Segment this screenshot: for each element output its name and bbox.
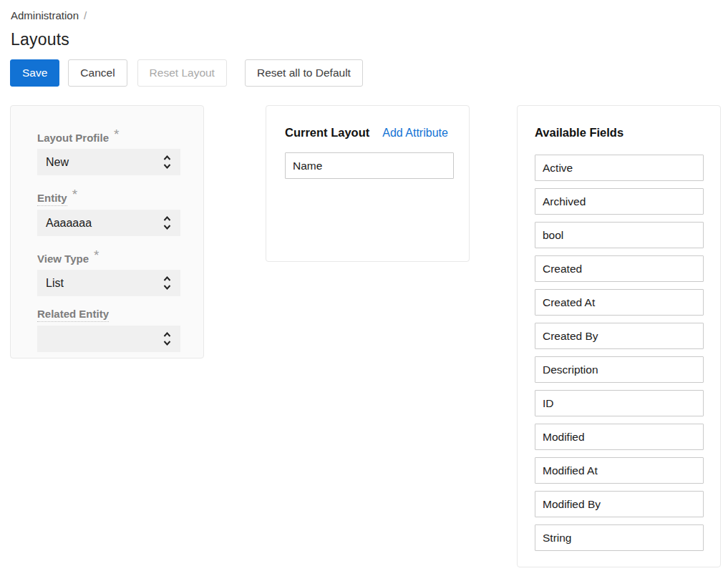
available-field-item[interactable]: bool bbox=[535, 222, 704, 248]
related-entity-label: Related Entity bbox=[37, 308, 109, 322]
required-asterisk: * bbox=[114, 127, 119, 142]
chevron-up-down-icon bbox=[163, 276, 171, 290]
chevron-up-down-icon bbox=[163, 216, 171, 230]
available-field-item[interactable]: Modified bbox=[535, 424, 704, 450]
breadcrumb-administration[interactable]: Administration bbox=[11, 9, 79, 21]
required-asterisk: * bbox=[72, 187, 77, 202]
available-field-item[interactable]: Archived bbox=[535, 188, 704, 215]
layout-profile-label-text: Layout Profile bbox=[37, 132, 109, 144]
view-type-label: View Type bbox=[37, 253, 89, 265]
layout-settings-panel: Layout Profile* New Entity* Aaaaaaa View… bbox=[10, 105, 204, 358]
available-field-item[interactable]: Created At bbox=[535, 289, 704, 316]
available-field-item[interactable]: Modified By bbox=[535, 491, 704, 517]
available-field-item[interactable]: Description bbox=[535, 356, 704, 383]
layouts-admin-page: Administration/ Layouts Save Cancel Rese… bbox=[0, 0, 728, 576]
form-group-layout-profile: Layout Profile* New bbox=[37, 127, 179, 175]
available-field-item[interactable]: Created By bbox=[535, 323, 704, 349]
available-field-item[interactable]: Created bbox=[535, 255, 704, 282]
cancel-button[interactable]: Cancel bbox=[68, 59, 127, 87]
form-group-related-entity: Related Entity bbox=[37, 308, 179, 352]
breadcrumb-separator: / bbox=[84, 9, 87, 21]
entity-select[interactable]: Aaaaaaa bbox=[37, 210, 180, 236]
layout-item-name[interactable]: Name bbox=[285, 152, 454, 179]
page-title: Layouts bbox=[11, 30, 69, 49]
form-group-entity: Entity* Aaaaaaa bbox=[37, 187, 179, 236]
related-entity-select[interactable] bbox=[37, 326, 180, 352]
related-entity-label-text: Related Entity bbox=[37, 308, 109, 320]
available-fields-list: Active Archived bool Created Created At … bbox=[535, 155, 702, 551]
view-type-label-text: View Type bbox=[37, 253, 89, 265]
entity-label-text: Entity bbox=[37, 192, 67, 204]
entity-select-value: Aaaaaaa bbox=[46, 217, 92, 230]
reset-layout-button[interactable]: Reset Layout bbox=[137, 59, 227, 87]
available-fields-title: Available Fields bbox=[535, 126, 623, 140]
required-asterisk: * bbox=[94, 248, 99, 263]
current-layout-panel: Current LayoutAdd Attribute Name bbox=[266, 105, 470, 262]
available-field-item[interactable]: Modified At bbox=[535, 457, 704, 484]
view-type-select[interactable]: List bbox=[37, 270, 180, 296]
reset-all-to-default-button[interactable]: Reset all to Default bbox=[245, 59, 363, 87]
current-layout-list: Name bbox=[285, 152, 452, 179]
save-button[interactable]: Save bbox=[10, 59, 59, 87]
layout-profile-label: Layout Profile bbox=[37, 132, 109, 144]
breadcrumb: Administration/ bbox=[11, 9, 87, 21]
available-field-item[interactable]: Active bbox=[535, 155, 704, 181]
toolbar: Save Cancel Reset Layout Reset all to De… bbox=[10, 59, 363, 87]
current-layout-title: Current Layout bbox=[285, 126, 369, 140]
view-type-select-value: List bbox=[46, 277, 64, 290]
available-field-item[interactable]: String bbox=[535, 524, 704, 551]
form-group-view-type: View Type* List bbox=[37, 248, 179, 296]
current-layout-header: Current LayoutAdd Attribute bbox=[285, 126, 452, 140]
available-fields-panel: Available Fields Active Archived bool Cr… bbox=[517, 105, 721, 567]
entity-label: Entity bbox=[37, 192, 67, 206]
add-attribute-link[interactable]: Add Attribute bbox=[382, 127, 448, 140]
chevron-up-down-icon bbox=[163, 332, 171, 346]
layout-profile-select-value: New bbox=[46, 156, 69, 169]
chevron-up-down-icon bbox=[163, 155, 171, 169]
available-field-item[interactable]: ID bbox=[535, 390, 704, 416]
layout-profile-select[interactable]: New bbox=[37, 149, 180, 175]
